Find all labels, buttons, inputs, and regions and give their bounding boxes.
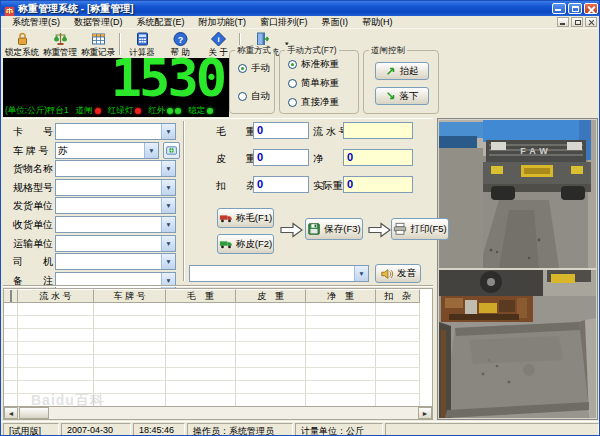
radio-selected-icon[interactable]	[238, 64, 247, 73]
weight-input-1[interactable]: 0	[253, 149, 309, 166]
form-row-6: 运输单位▼	[3, 235, 185, 252]
toolbar-button-0[interactable]: 锁定系统	[3, 30, 41, 58]
column-header-0[interactable]	[4, 289, 18, 303]
scrollbar-thumb[interactable]	[19, 407, 49, 419]
table-cell	[166, 342, 236, 355]
manual-mode-option-1[interactable]: 简单称重	[280, 77, 358, 90]
column-header-4[interactable]: 皮 重	[236, 289, 306, 303]
form-field-combo-0[interactable]: ▼	[55, 123, 176, 140]
menu-item-0[interactable]: 系统管理(S)	[5, 16, 67, 29]
column-header-6[interactable]: 扣 杂	[376, 289, 420, 303]
menu-item-5[interactable]: 界面(I)	[315, 16, 356, 29]
gate-lower-button[interactable]: 落下	[375, 87, 429, 105]
column-header-5[interactable]: 净 重	[306, 289, 376, 303]
chevron-down-icon[interactable]: ▼	[144, 143, 158, 158]
table-cell	[166, 303, 236, 316]
radio-icon[interactable]	[238, 92, 247, 101]
form-field-combo-3[interactable]: ▼	[55, 179, 176, 196]
table-cell	[236, 342, 306, 355]
speak-button[interactable]: 发音	[375, 264, 421, 283]
table-cell	[18, 329, 94, 342]
form-field-label: 卡 号	[13, 125, 53, 139]
manual-mode-option-0[interactable]: 标准称重	[280, 58, 358, 71]
mdi-minimize-button[interactable]	[557, 17, 569, 27]
table-cell	[18, 381, 94, 394]
column-header-2[interactable]: 车 牌 号	[94, 289, 166, 303]
table-cell	[236, 368, 306, 381]
form-field-combo-5[interactable]: ▼	[55, 216, 176, 233]
menu-item-4[interactable]: 窗口排列(F)	[253, 16, 315, 29]
horizontal-scrollbar[interactable]: ◄ ►	[3, 406, 433, 420]
radio-icon[interactable]	[288, 79, 297, 88]
table-cell	[376, 316, 420, 329]
menu-item-2[interactable]: 系统配置(E)	[130, 16, 192, 29]
table-cell	[18, 368, 94, 381]
plate-helper-button[interactable]	[163, 142, 180, 159]
column-header-1[interactable]: 流 水 号	[18, 289, 94, 303]
weigh-mode-option-label: 自动	[251, 90, 270, 103]
manual-mode-option-2[interactable]: 直接净重	[280, 96, 358, 109]
gate-lower-label: 落下	[400, 90, 419, 103]
scale-unit-label: (单位:公斤)秤台1	[5, 105, 69, 117]
arrow-down-icon	[386, 91, 396, 101]
menu-item-6[interactable]: 帮助(H)	[355, 16, 400, 29]
form-field-combo-4[interactable]: ▼	[55, 197, 176, 214]
records-table: 流 水 号车 牌 号毛 重皮 重净 重扣 杂	[3, 288, 433, 406]
chevron-down-icon[interactable]: ▼	[161, 124, 175, 139]
table-cell	[4, 316, 18, 329]
menu-item-1[interactable]: 数据管理(D)	[67, 16, 130, 29]
restore-button[interactable]	[568, 3, 582, 14]
print-button[interactable]: 打印(F5)	[391, 218, 449, 240]
chevron-down-icon[interactable]: ▼	[161, 236, 175, 251]
close-button[interactable]	[584, 3, 598, 14]
radio-icon[interactable]	[288, 98, 297, 107]
weigh-mode-option-0[interactable]: 手动	[230, 62, 274, 75]
chevron-down-icon[interactable]: ▼	[161, 180, 175, 195]
form-field-combo-2[interactable]: ▼	[55, 160, 176, 177]
chevron-down-icon[interactable]: ▼	[161, 254, 175, 269]
speech-combo[interactable]: ▼	[189, 265, 369, 282]
weigh-gross-button[interactable]: 称毛(F1)	[217, 208, 274, 228]
status-time: 18:45:46	[133, 423, 185, 436]
table-cell	[306, 316, 376, 329]
calculator-icon	[134, 31, 151, 47]
chevron-down-icon[interactable]: ▼	[161, 198, 175, 213]
app-icon	[4, 3, 15, 14]
chevron-down-icon[interactable]: ▼	[354, 266, 368, 281]
minimize-button[interactable]	[552, 3, 566, 14]
save-button[interactable]: 保存(F3)	[305, 218, 363, 240]
gate-raise-button[interactable]: 抬起	[375, 62, 429, 80]
scroll-left-icon[interactable]: ◄	[4, 407, 18, 419]
scroll-right-icon[interactable]: ►	[418, 407, 432, 419]
gate-raise-label: 抬起	[400, 65, 419, 78]
indicator-label: 红外	[148, 105, 165, 117]
weight-input-2[interactable]: 0	[253, 176, 309, 193]
mdi-close-button[interactable]	[585, 17, 597, 27]
form-row-1: 车 牌 号苏▼	[3, 142, 185, 159]
weight-input-0[interactable]: 0	[253, 122, 309, 139]
gate-control-group: 道闸控制 抬起 落下	[363, 50, 439, 114]
form-field-combo-6[interactable]: ▼	[55, 235, 176, 252]
column-header-3[interactable]: 毛 重	[166, 289, 236, 303]
chevron-down-icon[interactable]: ▼	[161, 161, 175, 176]
speaker-icon	[380, 267, 394, 281]
form-field-combo-7[interactable]: ▼	[55, 253, 176, 270]
form-field-combo-1[interactable]: 苏▼	[55, 142, 159, 159]
table-cell	[236, 316, 306, 329]
table-row	[4, 329, 432, 342]
toolbar-button-1[interactable]: 称重管理	[41, 30, 79, 58]
chevron-down-icon[interactable]: ▼	[161, 217, 175, 232]
table-cell	[94, 342, 166, 355]
camera-panel: FAW	[437, 118, 598, 420]
table-cell	[236, 381, 306, 394]
form-divider	[183, 121, 185, 281]
menu-item-3[interactable]: 附加功能(T)	[192, 16, 254, 29]
weight-output-2: 0	[343, 176, 413, 193]
mdi-restore-button[interactable]	[571, 17, 583, 27]
status-filler	[385, 423, 599, 436]
weigh-mode-option-1[interactable]: 自动	[230, 90, 274, 103]
radio-selected-icon[interactable]	[288, 60, 297, 69]
svg-text:i: i	[217, 35, 219, 44]
weigh-tare-button[interactable]: 称皮(F2)	[217, 234, 274, 254]
led-status-strip: (单位:公斤)秤台1 道闸红绿灯红外稳定	[3, 104, 229, 117]
